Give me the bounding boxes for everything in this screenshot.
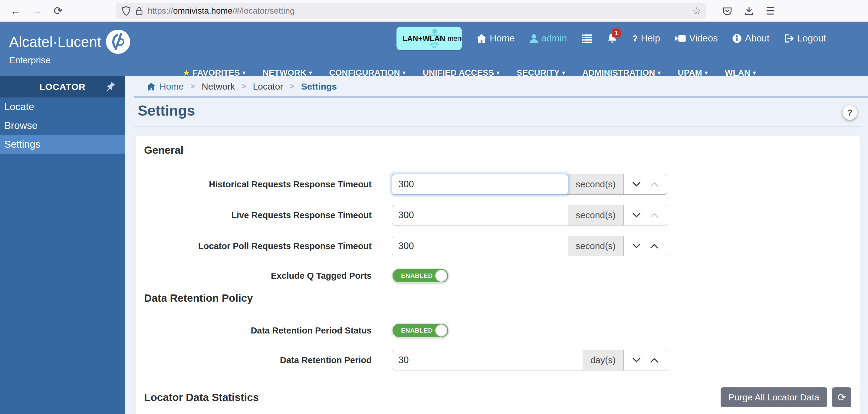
videos-link[interactable]: Videos <box>675 33 718 44</box>
url-host: omnivista.home <box>173 6 232 15</box>
caret-down-icon: ▾ <box>403 69 406 76</box>
increment-button[interactable] <box>649 356 659 364</box>
video-camera-icon <box>675 34 686 43</box>
section-title-general: General <box>144 144 851 156</box>
increment-button[interactable] <box>649 212 659 219</box>
section-title-retention: Data Retention Policy <box>144 292 851 304</box>
question-icon: ? <box>847 107 852 118</box>
menu-button-primary: LAN+WLAN <box>403 34 445 43</box>
retention-status-toggle[interactable]: ENABLED <box>392 323 449 338</box>
historical-timeout-input[interactable] <box>392 174 568 195</box>
user-icon <box>529 34 538 43</box>
retention-period-group: day(s) <box>392 350 668 371</box>
menu-button-secondary: menu <box>447 34 462 43</box>
breadcrumb-home[interactable]: Home <box>147 82 184 92</box>
breadcrumb-network[interactable]: Network <box>202 82 235 92</box>
retention-period-input[interactable] <box>392 350 583 370</box>
form-row-poll-timeout: Locator Poll Requests Response Timeout s… <box>144 236 851 256</box>
pocket-icon[interactable] <box>722 6 733 16</box>
breadcrumb: Home > Network > Locator > Settings <box>134 76 868 97</box>
logout-icon <box>784 34 794 43</box>
sidebar-header: LOCATOR <box>0 76 125 97</box>
sidebar-item-locate[interactable]: Locate <box>0 97 125 116</box>
lan-wlan-menu-button[interactable]: LAN+WLAN menu <box>397 27 462 50</box>
field-label: Data Retention Period Status <box>144 326 372 336</box>
decrement-button[interactable] <box>631 243 642 250</box>
list-icon <box>581 34 592 43</box>
home-link[interactable]: Home <box>476 33 515 44</box>
breadcrumb-separator-icon: > <box>242 82 246 91</box>
browser-reload-icon[interactable]: ⟳ <box>50 2 67 19</box>
caret-down-icon: ▾ <box>705 69 708 76</box>
decrement-button[interactable] <box>631 212 642 219</box>
divider <box>134 126 861 127</box>
decrement-button[interactable] <box>631 356 642 364</box>
brand-name: Alcatel·Lucent <box>9 34 101 50</box>
user-label: admin <box>541 33 567 44</box>
chevron-down-icon <box>631 212 642 219</box>
divider <box>144 161 851 161</box>
browser-toolbar: ← → ⟳ https://omnivista.home/#/locator/s… <box>0 0 868 22</box>
pin-icon[interactable] <box>102 79 118 95</box>
notifications-button[interactable]: 1 <box>607 33 618 44</box>
help-label: Help <box>641 33 660 44</box>
chevron-down-icon <box>631 181 642 188</box>
poll-timeout-group: second(s) <box>392 236 668 256</box>
task-list-button[interactable] <box>581 34 592 43</box>
poll-timeout-input[interactable] <box>392 236 568 256</box>
breadcrumb-separator-icon: > <box>290 82 294 91</box>
url-scheme: https:// <box>148 6 173 15</box>
increment-button[interactable] <box>649 243 659 250</box>
bookmark-star-icon[interactable]: ☆ <box>692 5 701 17</box>
screen: ← → ⟳ https://omnivista.home/#/locator/s… <box>0 0 868 414</box>
about-label: About <box>745 33 769 44</box>
hamburger-menu-icon[interactable]: ☰ <box>766 5 775 17</box>
caret-down-icon: ▾ <box>496 69 500 76</box>
logout-link[interactable]: Logout <box>784 33 826 44</box>
content: Home > Network > Locator > Settings Sett… <box>125 76 868 414</box>
purge-all-locator-data-button[interactable]: Purge All Locator Data <box>721 387 827 407</box>
sidebar-item-settings[interactable]: Settings <box>0 135 125 154</box>
browser-back-icon[interactable]: ← <box>7 2 24 19</box>
section-title-statistics: Locator Data Statistics <box>144 391 259 404</box>
address-bar[interactable]: https://omnivista.home/#/locator/setting… <box>116 3 706 19</box>
chevron-down-icon <box>631 243 642 250</box>
sidebar-item-browse[interactable]: Browse <box>0 116 125 135</box>
field-label: Live Requests Response Timeout <box>144 210 372 220</box>
form-row-live-timeout: Live Requests Response Timeout second(s) <box>144 205 851 225</box>
breadcrumb-locator[interactable]: Locator <box>253 82 283 92</box>
refresh-button[interactable]: ⟳ <box>832 387 851 407</box>
toggle-knob <box>435 269 447 282</box>
about-link[interactable]: About <box>732 33 769 44</box>
decrement-button[interactable] <box>631 181 642 188</box>
browser-actions: ☰ <box>722 5 775 17</box>
caret-down-icon: ▾ <box>753 69 756 76</box>
brand-subtitle: Enterprise <box>9 55 131 65</box>
logout-label: Logout <box>797 33 826 44</box>
user-menu[interactable]: admin <box>529 33 567 44</box>
home-icon <box>476 34 487 43</box>
form-row-historical-timeout: Historical Requests Response Timeout sec… <box>144 174 851 195</box>
caret-down-icon: ▾ <box>309 69 312 76</box>
page-title: Settings <box>138 102 868 119</box>
notification-badge: 1 <box>612 28 621 37</box>
download-icon[interactable] <box>744 6 754 16</box>
page-help-button[interactable]: ? <box>843 105 857 120</box>
field-label: Locator Poll Requests Response Timeout <box>144 241 372 251</box>
toggle-state-label: ENABLED <box>401 272 433 279</box>
live-timeout-input[interactable] <box>392 205 568 225</box>
historical-timeout-group: second(s) <box>392 174 668 195</box>
field-label: Data Retention Period <box>144 355 372 365</box>
app-header: Alcatel·Lucent Enterprise <box>0 22 868 76</box>
increment-button[interactable] <box>649 181 659 188</box>
unit-addon: day(s) <box>583 350 624 370</box>
videos-label: Videos <box>689 33 718 44</box>
help-link[interactable]: ? Help <box>632 33 660 44</box>
chevron-up-icon <box>649 212 659 219</box>
exclude-q-tagged-toggle[interactable]: ENABLED <box>392 268 449 283</box>
browser-forward-icon[interactable]: → <box>28 2 45 19</box>
sidebar-title: LOCATOR <box>39 82 86 92</box>
chevron-up-icon <box>649 243 659 250</box>
breadcrumb-separator-icon: > <box>190 82 195 91</box>
live-timeout-group: second(s) <box>392 205 668 225</box>
